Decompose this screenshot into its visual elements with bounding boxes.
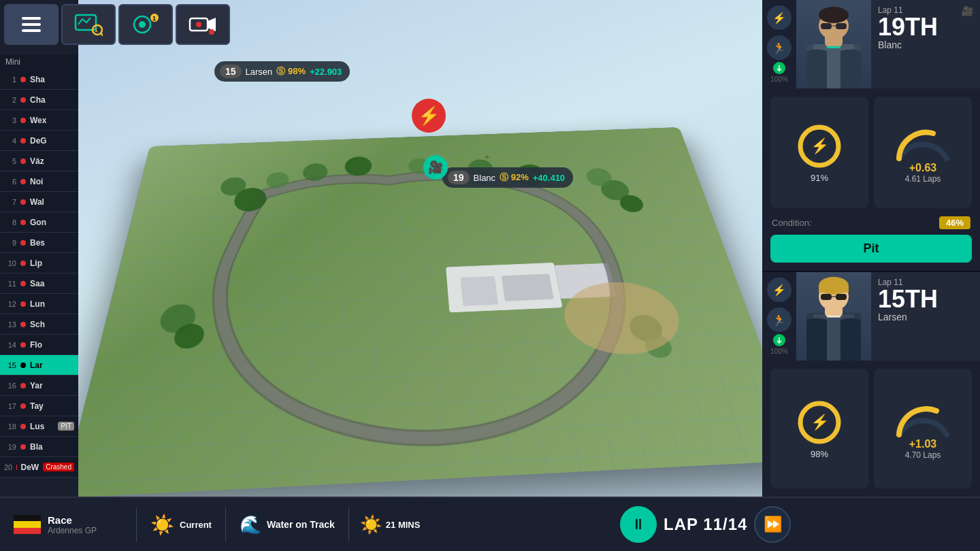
svg-point-13 (196, 22, 201, 27)
lightning-icon: ⚡ (418, 105, 440, 127)
standings-dot (20, 138, 26, 144)
time-text: 21 MINS (386, 520, 421, 530)
camera-button[interactable] (176, 4, 230, 45)
standings-row[interactable]: 13Sch (0, 314, 78, 335)
soft-badge-larsen: Ⓢ 98% (276, 65, 306, 78)
svg-rect-17 (502, 273, 554, 301)
lightning-icon-blanc: ⚡ (772, 12, 786, 24)
standings-name: Saa (30, 279, 74, 288)
pit-button-blanc[interactable]: Pit (770, 235, 972, 263)
standings-dot (20, 158, 26, 164)
lightning-btn-larsen[interactable]: ⚡ (767, 278, 791, 302)
standings-name: Wex (30, 116, 74, 125)
standings-row[interactable]: 8Gon (0, 212, 78, 233)
driver-header-blanc: ⚡ 🏃 100% (762, 0, 980, 88)
standings-row[interactable]: 14Flo (0, 335, 78, 355)
standings-pos: 10 (4, 259, 16, 267)
arc-gauge-blanc (892, 121, 953, 162)
standings-pos: 6 (4, 178, 16, 186)
standings-dot (20, 179, 26, 184)
svg-point-30 (344, 156, 372, 177)
standings-row[interactable]: 11Saa (0, 273, 78, 294)
camera-marker[interactable]: 🎥 (423, 155, 448, 180)
standings-row[interactable]: 18LusPIT (0, 416, 78, 437)
analysis-button[interactable]: 1 (61, 4, 116, 45)
standings-name: Lus (30, 422, 54, 431)
driver-pos-larsen: 15TH (878, 287, 938, 312)
standings-dot (20, 322, 26, 327)
standings-name: Noi (30, 177, 74, 186)
standings-dot (20, 301, 26, 307)
delta-gauge-blanc: +0.63 4.61 Laps (874, 97, 972, 208)
run-btn-blanc[interactable]: 🏃 (767, 35, 791, 60)
flag-section: Race Ardennes GP (0, 514, 136, 535)
standings-pos: 9 (4, 239, 16, 247)
standings-dot (20, 199, 26, 205)
pause-button[interactable]: ⏸ (620, 506, 657, 543)
race-label: Race (48, 514, 97, 526)
svg-rect-40 (821, 23, 832, 29)
standings-row[interactable]: 12Lun (0, 294, 78, 314)
country-flag (14, 515, 41, 534)
flag-yellow-stripe (14, 521, 41, 527)
standings-row[interactable]: 4DeG (0, 131, 78, 151)
condition-label-blanc: Condition: (772, 218, 812, 228)
battery-pct-larsen: 98% (811, 449, 828, 459)
svg-point-14 (209, 29, 214, 35)
standings-name: Lun (30, 299, 74, 309)
svg-point-8 (139, 21, 146, 28)
standings-row[interactable]: 19Bla (0, 437, 78, 457)
standings-row[interactable]: 6Noi (0, 171, 78, 192)
energy-pct-blanc: 100% (770, 76, 788, 83)
delta-value-larsen: +1.03 (909, 438, 936, 450)
standings-row[interactable]: 5Váz (0, 151, 78, 171)
gauges-larsen: ⚡ 98% +1.03 4.70 Laps (762, 361, 980, 497)
driver-photo-larsen (796, 272, 871, 361)
standings-row[interactable]: 1Sha (0, 69, 78, 90)
standings-name: Bes (30, 238, 74, 248)
standings-name: Sch (30, 320, 74, 329)
standings-row[interactable]: 10Lip (0, 253, 78, 273)
standings-pos: 12 (4, 300, 16, 308)
standings-name: DeW (21, 463, 39, 472)
run-btn-larsen[interactable]: 🏃 (767, 307, 791, 332)
laps-larsen: 4.70 Laps (905, 450, 941, 460)
standings-row[interactable]: 9Bes (0, 233, 78, 253)
controls-section: ⏸ LAP 11/14 ⏩ (431, 506, 980, 543)
standings-name: Flo (30, 340, 74, 350)
bottom-bar: Race Ardennes GP ☀️ Current 🌊 Water on T… (0, 497, 980, 551)
race-info: Race Ardennes GP (48, 514, 97, 535)
svg-line-5 (101, 33, 103, 36)
standings-row[interactable]: 17Tay (0, 396, 78, 416)
standings-pos: 1 (4, 76, 16, 84)
standings-pos: 16 (4, 382, 16, 390)
map-area[interactable]: ✈ 15 Larsen Ⓢ 98% +22.903 ⚡ 🎥 19 Blanc Ⓢ… (78, 0, 762, 497)
standings-row[interactable]: 3Wex (0, 110, 78, 131)
driver-name-larsen: Larsen (246, 67, 273, 77)
fast-forward-button[interactable]: ⏩ (754, 506, 791, 543)
driver-num-larsen: 15 (220, 65, 242, 78)
menu-button[interactable] (4, 4, 59, 45)
standings-dot (20, 444, 26, 450)
condition-row-blanc: Condition: 46% (762, 216, 980, 235)
condition-value-blanc: 46% (939, 216, 970, 229)
standings-row[interactable]: 15Lar (0, 355, 78, 375)
standings-name: Yar (30, 381, 74, 390)
side-controls-blanc: ⚡ 🏃 100% (762, 0, 796, 88)
lightning-btn-blanc[interactable]: ⚡ (767, 5, 791, 30)
standings-row[interactable]: 2Cha (0, 90, 78, 110)
standings-name: Lip (30, 258, 74, 268)
standings-row[interactable]: 16Yar (0, 375, 78, 396)
svg-text:1: 1 (152, 15, 156, 22)
standings-row[interactable]: 20DeWCrashed (0, 457, 78, 478)
runner-icon-larsen: 🏃 (772, 314, 786, 327)
right-panel: ⚡ 🏃 100% (762, 0, 980, 551)
standings-row[interactable]: 7Wal (0, 192, 78, 212)
standings-badge: Crashed (43, 463, 74, 471)
energy-pct-larsen: 100% (770, 348, 788, 355)
race-sub: Ardennes GP (48, 526, 97, 535)
standings-dot (20, 118, 26, 123)
sun-icon: ☀️ (360, 514, 382, 535)
standings-header: Mini (0, 54, 78, 69)
strategy-button[interactable]: 1 (118, 4, 173, 45)
